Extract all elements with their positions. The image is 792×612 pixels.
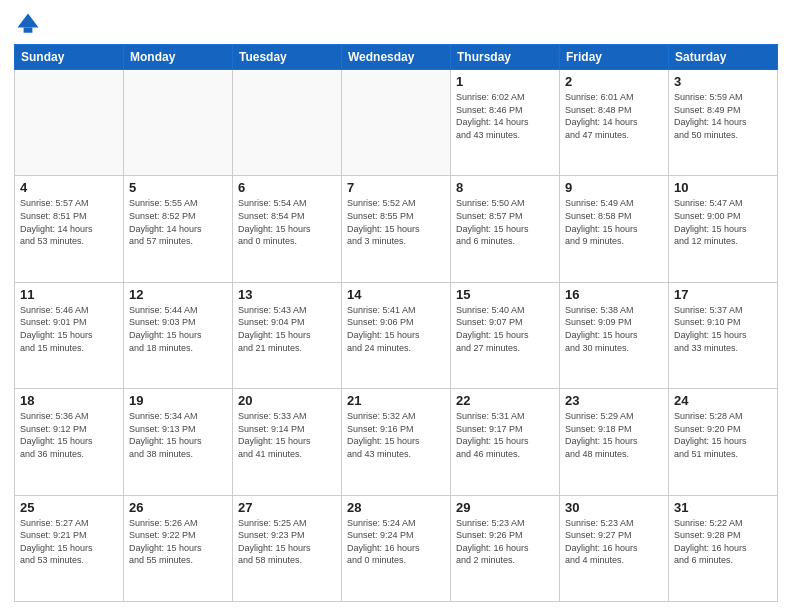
day-info: Sunrise: 6:02 AM Sunset: 8:46 PM Dayligh… [456, 91, 554, 141]
day-info: Sunrise: 5:43 AM Sunset: 9:04 PM Dayligh… [238, 304, 336, 354]
day-number: 12 [129, 287, 227, 302]
calendar-header-row: SundayMondayTuesdayWednesdayThursdayFrid… [15, 45, 778, 70]
calendar-cell: 16Sunrise: 5:38 AM Sunset: 9:09 PM Dayli… [560, 282, 669, 388]
calendar-cell: 31Sunrise: 5:22 AM Sunset: 9:28 PM Dayli… [669, 495, 778, 601]
day-info: Sunrise: 5:44 AM Sunset: 9:03 PM Dayligh… [129, 304, 227, 354]
day-number: 9 [565, 180, 663, 195]
day-number: 7 [347, 180, 445, 195]
calendar-cell: 13Sunrise: 5:43 AM Sunset: 9:04 PM Dayli… [233, 282, 342, 388]
day-number: 8 [456, 180, 554, 195]
page: SundayMondayTuesdayWednesdayThursdayFrid… [0, 0, 792, 612]
svg-rect-1 [24, 28, 33, 33]
calendar-cell: 23Sunrise: 5:29 AM Sunset: 9:18 PM Dayli… [560, 389, 669, 495]
calendar-cell: 11Sunrise: 5:46 AM Sunset: 9:01 PM Dayli… [15, 282, 124, 388]
calendar-table: SundayMondayTuesdayWednesdayThursdayFrid… [14, 44, 778, 602]
calendar-cell [233, 70, 342, 176]
calendar-cell: 19Sunrise: 5:34 AM Sunset: 9:13 PM Dayli… [124, 389, 233, 495]
calendar-cell: 26Sunrise: 5:26 AM Sunset: 9:22 PM Dayli… [124, 495, 233, 601]
weekday-header-sunday: Sunday [15, 45, 124, 70]
day-number: 4 [20, 180, 118, 195]
day-info: Sunrise: 5:29 AM Sunset: 9:18 PM Dayligh… [565, 410, 663, 460]
day-number: 3 [674, 74, 772, 89]
calendar-week-5: 25Sunrise: 5:27 AM Sunset: 9:21 PM Dayli… [15, 495, 778, 601]
day-number: 25 [20, 500, 118, 515]
day-info: Sunrise: 5:55 AM Sunset: 8:52 PM Dayligh… [129, 197, 227, 247]
day-number: 16 [565, 287, 663, 302]
calendar-cell: 12Sunrise: 5:44 AM Sunset: 9:03 PM Dayli… [124, 282, 233, 388]
calendar-cell: 22Sunrise: 5:31 AM Sunset: 9:17 PM Dayli… [451, 389, 560, 495]
day-number: 19 [129, 393, 227, 408]
calendar-week-2: 4Sunrise: 5:57 AM Sunset: 8:51 PM Daylig… [15, 176, 778, 282]
logo [14, 10, 46, 38]
day-number: 10 [674, 180, 772, 195]
calendar-cell: 2Sunrise: 6:01 AM Sunset: 8:48 PM Daylig… [560, 70, 669, 176]
day-number: 31 [674, 500, 772, 515]
day-info: Sunrise: 5:57 AM Sunset: 8:51 PM Dayligh… [20, 197, 118, 247]
day-info: Sunrise: 5:54 AM Sunset: 8:54 PM Dayligh… [238, 197, 336, 247]
day-info: Sunrise: 5:59 AM Sunset: 8:49 PM Dayligh… [674, 91, 772, 141]
day-info: Sunrise: 5:32 AM Sunset: 9:16 PM Dayligh… [347, 410, 445, 460]
day-number: 29 [456, 500, 554, 515]
day-number: 24 [674, 393, 772, 408]
weekday-header-friday: Friday [560, 45, 669, 70]
day-info: Sunrise: 5:33 AM Sunset: 9:14 PM Dayligh… [238, 410, 336, 460]
day-number: 1 [456, 74, 554, 89]
day-number: 15 [456, 287, 554, 302]
day-info: Sunrise: 5:22 AM Sunset: 9:28 PM Dayligh… [674, 517, 772, 567]
calendar-cell: 8Sunrise: 5:50 AM Sunset: 8:57 PM Daylig… [451, 176, 560, 282]
calendar-cell: 28Sunrise: 5:24 AM Sunset: 9:24 PM Dayli… [342, 495, 451, 601]
day-number: 28 [347, 500, 445, 515]
day-info: Sunrise: 5:49 AM Sunset: 8:58 PM Dayligh… [565, 197, 663, 247]
weekday-header-saturday: Saturday [669, 45, 778, 70]
day-info: Sunrise: 5:50 AM Sunset: 8:57 PM Dayligh… [456, 197, 554, 247]
day-info: Sunrise: 5:46 AM Sunset: 9:01 PM Dayligh… [20, 304, 118, 354]
day-info: Sunrise: 5:31 AM Sunset: 9:17 PM Dayligh… [456, 410, 554, 460]
svg-marker-0 [18, 14, 39, 28]
calendar-week-1: 1Sunrise: 6:02 AM Sunset: 8:46 PM Daylig… [15, 70, 778, 176]
day-number: 17 [674, 287, 772, 302]
calendar-cell [124, 70, 233, 176]
weekday-header-thursday: Thursday [451, 45, 560, 70]
calendar-week-3: 11Sunrise: 5:46 AM Sunset: 9:01 PM Dayli… [15, 282, 778, 388]
day-info: Sunrise: 5:23 AM Sunset: 9:26 PM Dayligh… [456, 517, 554, 567]
calendar-cell: 27Sunrise: 5:25 AM Sunset: 9:23 PM Dayli… [233, 495, 342, 601]
day-number: 27 [238, 500, 336, 515]
day-number: 6 [238, 180, 336, 195]
day-info: Sunrise: 5:24 AM Sunset: 9:24 PM Dayligh… [347, 517, 445, 567]
day-info: Sunrise: 5:41 AM Sunset: 9:06 PM Dayligh… [347, 304, 445, 354]
calendar-cell: 3Sunrise: 5:59 AM Sunset: 8:49 PM Daylig… [669, 70, 778, 176]
day-info: Sunrise: 5:36 AM Sunset: 9:12 PM Dayligh… [20, 410, 118, 460]
day-number: 26 [129, 500, 227, 515]
calendar-cell: 6Sunrise: 5:54 AM Sunset: 8:54 PM Daylig… [233, 176, 342, 282]
calendar-cell [342, 70, 451, 176]
day-number: 30 [565, 500, 663, 515]
calendar-cell: 21Sunrise: 5:32 AM Sunset: 9:16 PM Dayli… [342, 389, 451, 495]
day-info: Sunrise: 5:38 AM Sunset: 9:09 PM Dayligh… [565, 304, 663, 354]
day-number: 20 [238, 393, 336, 408]
logo-icon [14, 10, 42, 38]
day-info: Sunrise: 5:37 AM Sunset: 9:10 PM Dayligh… [674, 304, 772, 354]
day-number: 23 [565, 393, 663, 408]
calendar-cell: 1Sunrise: 6:02 AM Sunset: 8:46 PM Daylig… [451, 70, 560, 176]
calendar-cell: 29Sunrise: 5:23 AM Sunset: 9:26 PM Dayli… [451, 495, 560, 601]
day-info: Sunrise: 5:25 AM Sunset: 9:23 PM Dayligh… [238, 517, 336, 567]
calendar-cell: 25Sunrise: 5:27 AM Sunset: 9:21 PM Dayli… [15, 495, 124, 601]
weekday-header-monday: Monday [124, 45, 233, 70]
day-info: Sunrise: 5:23 AM Sunset: 9:27 PM Dayligh… [565, 517, 663, 567]
calendar-cell: 18Sunrise: 5:36 AM Sunset: 9:12 PM Dayli… [15, 389, 124, 495]
day-info: Sunrise: 5:28 AM Sunset: 9:20 PM Dayligh… [674, 410, 772, 460]
calendar-cell [15, 70, 124, 176]
day-info: Sunrise: 5:47 AM Sunset: 9:00 PM Dayligh… [674, 197, 772, 247]
day-info: Sunrise: 5:27 AM Sunset: 9:21 PM Dayligh… [20, 517, 118, 567]
day-info: Sunrise: 5:40 AM Sunset: 9:07 PM Dayligh… [456, 304, 554, 354]
day-number: 18 [20, 393, 118, 408]
calendar-cell: 30Sunrise: 5:23 AM Sunset: 9:27 PM Dayli… [560, 495, 669, 601]
day-info: Sunrise: 5:52 AM Sunset: 8:55 PM Dayligh… [347, 197, 445, 247]
day-info: Sunrise: 6:01 AM Sunset: 8:48 PM Dayligh… [565, 91, 663, 141]
calendar-cell: 15Sunrise: 5:40 AM Sunset: 9:07 PM Dayli… [451, 282, 560, 388]
day-number: 13 [238, 287, 336, 302]
day-number: 14 [347, 287, 445, 302]
weekday-header-wednesday: Wednesday [342, 45, 451, 70]
calendar-cell: 7Sunrise: 5:52 AM Sunset: 8:55 PM Daylig… [342, 176, 451, 282]
day-info: Sunrise: 5:34 AM Sunset: 9:13 PM Dayligh… [129, 410, 227, 460]
